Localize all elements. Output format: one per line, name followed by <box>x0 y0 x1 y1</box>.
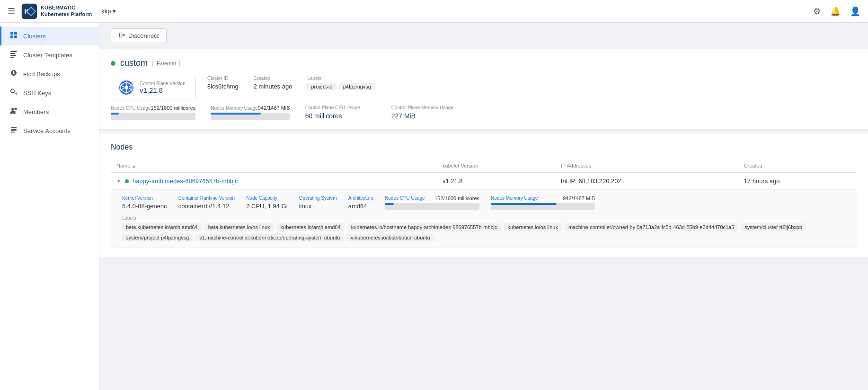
nodes-cpu-value: 152/1600 millicores <box>151 105 195 111</box>
node-label-tag: beta.kubernetes.io/arch amd64 <box>122 223 202 231</box>
container-runtime-value: containerd://1.4.12 <box>178 203 235 210</box>
kernel-version-item: Kernel Version 5.4.0-88-generic <box>122 195 167 210</box>
node-label-tag: beta.kubernetes.io/os linux <box>204 223 274 231</box>
nodes-cpu-label: Nodes CPU Usage <box>111 106 151 111</box>
templates-icon <box>9 50 18 60</box>
node-memory-bar-track <box>491 203 595 210</box>
nodes-memory-bar-fill <box>211 113 260 115</box>
cluster-header: custom External <box>111 58 857 68</box>
label-badge-2: p4fpzmgvsg <box>339 83 375 90</box>
sidebar-item-ssh-keys[interactable]: SSH Keys <box>0 83 99 102</box>
sidebar-item-etcd-backups-label: etcd Backups <box>23 71 60 78</box>
node-memory-bar-fill <box>491 203 557 205</box>
node-detail-grid: Kernel Version 5.4.0-88-generic Containe… <box>122 195 845 210</box>
sidebar-item-etcd-backups[interactable]: etcd Backups <box>0 64 99 83</box>
hamburger-icon[interactable]: ☰ <box>8 6 15 17</box>
node-detail-cell: Kernel Version 5.4.0-88-generic Containe… <box>111 190 857 248</box>
arch-item: Architecture amd64 <box>348 195 373 210</box>
col-header-kubelet: kubelet Version <box>437 159 555 173</box>
k8s-logo-icon <box>119 80 134 95</box>
svg-point-11 <box>15 108 17 110</box>
node-label-tag: system/cluster rt6tj6bxpp <box>741 223 806 231</box>
project-selector[interactable]: kkp ▾ <box>101 8 116 15</box>
members-icon <box>9 107 18 116</box>
node-label-tag: kubernetes.io/os linux <box>504 223 562 231</box>
sidebar-item-service-accounts-label: Service Accounts <box>23 127 71 134</box>
node-labels-list: beta.kubernetes.io/arch amd64beta.kubern… <box>122 223 845 241</box>
nodes-memory-usage-item: Nodes Memory Usage 942/1487 MiB <box>211 105 290 120</box>
node-detail-row: Kernel Version 5.4.0-88-generic Containe… <box>111 190 857 248</box>
node-cpu-bar-fill <box>385 203 394 205</box>
cluster-labels-item: Labels project-id p4fpzmgvsg <box>307 76 375 90</box>
disconnect-button[interactable]: Disconnect <box>111 28 167 43</box>
nodes-memory-label: Nodes Memory Usage <box>211 106 257 111</box>
sidebar-item-service-accounts[interactable]: Service Accounts <box>0 121 99 140</box>
top-nav: ☰ K KUBERMATIC Kubernetes Platform kkp ▾… <box>0 0 868 23</box>
nodes-cpu-bar-track <box>111 113 195 120</box>
project-name: kkp <box>101 8 111 15</box>
kernel-version-value: 5.4.0-88-generic <box>122 203 167 210</box>
kernel-version-label: Kernel Version <box>122 195 167 201</box>
node-name: happy-archimedes-686976557b-mbbjc <box>133 177 238 185</box>
node-name-cell: ▼ happy-archimedes-686976557b-mbbjc <box>111 173 437 190</box>
cluster-id-value: 8lcs6tchmg <box>207 83 239 90</box>
cluster-status-dot <box>111 61 115 66</box>
col-header-ip: IP Addresses <box>555 159 738 173</box>
chevron-down-icon: ▾ <box>113 8 116 15</box>
node-label-tag: v1.machine-controller.kubermatic.io/oper… <box>195 234 344 241</box>
node-capacity-value: 2 CPU, 1.94 Gi <box>246 203 287 210</box>
nodes-section: Nodes Name ▲ kubelet Version IP Addresse… <box>99 133 868 257</box>
node-ip: Int.IP: 68.183.220.202 <box>555 173 738 190</box>
node-label-tag: machine-controller/owned-by 0a713a2a-fc5… <box>565 223 738 231</box>
sidebar-item-clusters[interactable]: Clusters <box>0 27 99 45</box>
nodes-cpu-bar-fill <box>111 113 119 115</box>
container-runtime-label: Container Runtime Version <box>178 195 235 201</box>
control-plane-box: Control Plane Version v1.21.8 <box>111 76 196 99</box>
expand-button[interactable]: ▼ <box>116 178 121 184</box>
sidebar-item-clusters-label: Clusters <box>23 33 46 40</box>
sidebar-item-members-label: Members <box>23 108 49 115</box>
col-header-created: Created <box>738 159 857 173</box>
cluster-id-item: Cluster ID 8lcs6tchmg <box>207 76 239 90</box>
svg-point-10 <box>11 108 14 111</box>
cluster-meta: Cluster ID 8lcs6tchmg Created 2 minutes … <box>207 76 375 90</box>
control-plane-info: Control Plane Version v1.21.8 <box>140 81 186 94</box>
sidebar-item-cluster-templates[interactable]: Cluster Templates <box>0 45 99 64</box>
nodes-cpu-usage-item: Nodes CPU Usage 152/1600 millicores <box>111 105 195 120</box>
node-label-tag: kubernetes.io/arch amd64 <box>277 223 345 231</box>
sidebar-item-ssh-keys-label: SSH Keys <box>23 89 51 97</box>
node-memory-usage-item: Nodes Memory Usage 942/1487 MiB <box>491 195 595 210</box>
cluster-created-label: Created <box>254 76 292 81</box>
cluster-card: custom External <box>99 49 868 130</box>
table-header-row: Name ▲ kubelet Version IP Addresses Crea… <box>111 159 857 173</box>
logo-text: KUBERMATIC Kubernetes Platform <box>41 5 92 17</box>
svg-rect-5 <box>14 35 17 38</box>
settings-icon[interactable]: ⚙ <box>813 6 821 17</box>
node-capacity-label: Node Capacity <box>246 195 287 201</box>
disconnect-icon <box>119 32 125 40</box>
cp-version-label: Control Plane Version <box>140 81 186 86</box>
notifications-icon[interactable]: 🔔 <box>830 6 841 17</box>
cp-cpu-value: 60 millicores <box>305 112 376 120</box>
arch-label: Architecture <box>348 195 373 201</box>
node-capacity-item: Node Capacity 2 CPU, 1.94 Gi <box>246 195 287 210</box>
node-cpu-usage-value: 152/1600 millicores <box>434 195 479 201</box>
sidebar-item-members[interactable]: Members <box>0 102 99 121</box>
nodes-memory-value: 942/1487 MiB <box>258 105 290 111</box>
nodes-memory-bar-track <box>211 113 290 120</box>
node-memory-usage-label: Nodes Memory Usage <box>491 195 538 201</box>
service-accounts-icon <box>9 126 18 135</box>
os-value: linux <box>299 203 337 210</box>
cp-memory-usage-item: Control Plane Memory Usage 227 MiB <box>391 105 462 120</box>
node-status-dot <box>125 179 129 183</box>
user-icon[interactable]: 👤 <box>850 6 860 17</box>
clusters-icon <box>9 31 18 41</box>
cluster-name: custom <box>120 58 148 68</box>
svg-rect-12 <box>11 127 17 128</box>
col-header-name[interactable]: Name ▲ <box>111 159 437 173</box>
node-labels-section: Labels beta.kubernetes.io/arch amd64beta… <box>122 215 845 241</box>
cluster-created-item: Created 2 minutes ago <box>254 76 292 90</box>
svg-rect-13 <box>11 129 17 131</box>
cp-cpu-usage-item: Control Plane CPU Usage 60 millicores <box>305 105 376 120</box>
node-labels-title: Labels <box>122 215 845 221</box>
